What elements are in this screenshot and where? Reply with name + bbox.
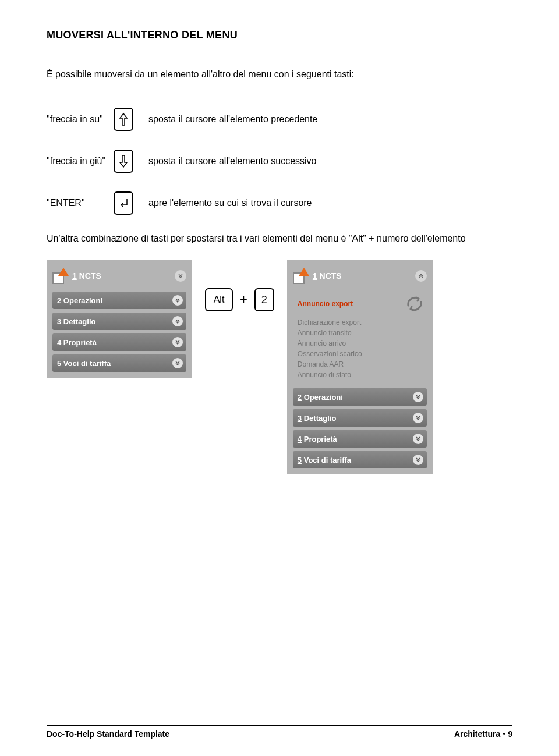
chevron-down-icon[interactable]: [413, 434, 423, 444]
menu-item-operazioni[interactable]: 2 Operazioni: [52, 292, 186, 309]
submenu-item[interactable]: Annuncio transito: [298, 329, 424, 337]
key-label-down: "freccia in giù": [47, 156, 114, 166]
submenu-item[interactable]: Domanda AAR: [298, 360, 424, 368]
page-footer: Doc-To-Help Standard Template Architettu…: [47, 725, 512, 739]
chevron-down-icon[interactable]: [413, 455, 423, 465]
menu-item-label: 3 Dettaglio: [57, 317, 95, 326]
chevron-down-icon[interactable]: [172, 295, 183, 306]
menu-item-label: 4 Proprietà: [298, 435, 337, 443]
key-combo: Alt + 2: [205, 288, 274, 311]
menus-row: 1 NCTS 2 Operazioni 3 Dettaglio 4 Propri…: [47, 260, 512, 474]
key-row-enter: "ENTER" apre l'elemento su cui si trova …: [47, 191, 512, 215]
key-label-enter: "ENTER": [47, 198, 114, 208]
menu-item-proprieta[interactable]: 4 Proprietà: [52, 333, 186, 351]
arrow-down-key-icon: [114, 150, 133, 173]
menu-item-voci[interactable]: 5 Voci di tariffa: [52, 354, 186, 372]
menu-header[interactable]: 1 NCTS: [293, 264, 427, 288]
menu-header-label: 1 NCTS: [313, 271, 342, 281]
plus-sign: +: [240, 292, 247, 307]
submenu-item[interactable]: Annuncio di stato: [298, 371, 424, 379]
menu-item-label: 4 Proprietà: [57, 338, 97, 347]
menu-item-proprieta[interactable]: 4 Proprietà: [293, 430, 427, 448]
para-alt-combo: Un'altra combinazione di tasti per spost…: [47, 233, 512, 244]
chevron-down-icon[interactable]: [175, 270, 186, 282]
refresh-arrows-icon: [405, 294, 424, 314]
submenu-item[interactable]: Dichiarazione export: [298, 318, 424, 326]
key-label-up: "freccia in su": [47, 114, 114, 125]
menu-item-label: 2 Operazioni: [57, 296, 102, 305]
key-desc-enter: apre l'elemento su cui si trova il curso…: [148, 198, 312, 208]
menu-item-voci[interactable]: 5 Voci di tariffa: [293, 451, 427, 468]
menu-item-label: 2 Operazioni: [298, 393, 343, 402]
chevron-down-icon[interactable]: [413, 413, 423, 423]
key-row-down: "freccia in giù" sposta il cursore all'e…: [47, 150, 512, 173]
menu-item-operazioni[interactable]: 2 Operazioni: [293, 388, 427, 406]
alt-key-icon: Alt: [205, 288, 233, 311]
chevron-down-icon[interactable]: [172, 358, 183, 368]
footer-template-name: Doc-To-Help Standard Template: [47, 729, 169, 739]
footer-page-info: Architettura•9: [454, 729, 512, 739]
menu-item-label: 5 Voci di tariffa: [298, 456, 351, 464]
chevron-down-icon[interactable]: [413, 392, 423, 402]
section-title: MUOVERSI ALL'INTERNO DEL MENU: [47, 29, 512, 41]
submenu-item-annuncio-export[interactable]: Annuncio export: [298, 300, 353, 308]
chevron-down-icon[interactable]: [172, 316, 183, 326]
menu-item-dettaglio[interactable]: 3 Dettaglio: [293, 409, 427, 427]
app-icon: [52, 268, 69, 284]
menu-item-label: 5 Voci di tariffa: [57, 359, 111, 368]
key-desc-up: sposta il cursore all'elemento precedent…: [148, 114, 317, 125]
enter-key-icon: [114, 191, 133, 215]
arrow-up-key-icon: [114, 108, 133, 131]
intro-text: È possibile muoversi da un elemento all'…: [47, 69, 512, 80]
menu-header-label: 1 NCTS: [72, 271, 101, 281]
menu-panel-collapsed: 1 NCTS 2 Operazioni 3 Dettaglio 4 Propri…: [47, 260, 192, 378]
chevron-down-icon[interactable]: [172, 337, 183, 347]
chevron-up-icon[interactable]: [415, 270, 427, 282]
key-row-up: "freccia in su" sposta il cursore all'el…: [47, 108, 512, 131]
submenu-item[interactable]: Osservazioni scarico: [298, 350, 424, 358]
submenu-list: Annuncio export Dichiarazione export Ann…: [293, 292, 427, 385]
key-desc-down: sposta il cursore all'elemento successiv…: [148, 156, 317, 166]
menu-item-dettaglio[interactable]: 3 Dettaglio: [52, 313, 186, 330]
submenu-item[interactable]: Annuncio arrivo: [298, 339, 424, 347]
two-key-icon: 2: [254, 288, 274, 311]
menu-item-label: 3 Dettaglio: [298, 414, 336, 423]
app-icon: [293, 268, 309, 284]
menu-panel-expanded: 1 NCTS Annuncio export Dichiarazione exp…: [287, 260, 433, 474]
menu-header[interactable]: 1 NCTS: [52, 264, 186, 288]
